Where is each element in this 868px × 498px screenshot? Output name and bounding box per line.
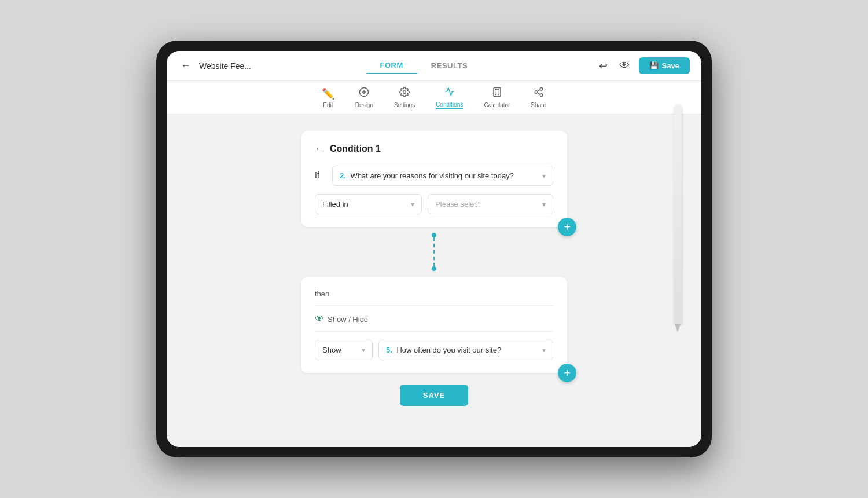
action-row: Show ▾ 5. How often do you visit our sit… (315, 340, 553, 360)
toolbar-design[interactable]: Design (355, 87, 373, 108)
undo-button[interactable]: ↩ (597, 57, 610, 75)
share-icon (534, 87, 544, 100)
connector (432, 227, 436, 277)
connector-dot-bottom (432, 266, 436, 271)
value-dropdown[interactable]: Please select ▾ (428, 194, 553, 214)
if-label: If (315, 166, 325, 180)
tab-form[interactable]: FORM (366, 57, 417, 74)
svg-line-12 (537, 93, 540, 94)
top-bar-left: ← Website Fee... (178, 57, 251, 74)
add-then-button[interactable]: + (558, 364, 576, 382)
condition-row: Filled in ▾ Please select ▾ (315, 194, 553, 214)
svg-point-11 (540, 94, 543, 97)
question-dropdown-chevron: ▾ (542, 172, 546, 180)
condition-type-dropdown[interactable]: Filled in ▾ (315, 194, 422, 214)
then-card: then 👁 Show / Hide Show ▾ 5. How often d… (301, 277, 567, 373)
condition-chevron: ▾ (411, 200, 414, 208)
main-content: ← Condition 1 If 2. What are your reason… (167, 115, 701, 447)
show-hide-label: 👁 Show / Hide (315, 314, 553, 332)
save-button[interactable]: 💾 Save (639, 57, 690, 74)
apple-pencil (674, 104, 682, 324)
calculator-icon (492, 87, 502, 100)
save-form-button[interactable]: SAVE (400, 385, 468, 406)
show-dropdown-chevron: ▾ (362, 346, 365, 354)
back-button[interactable]: ← (178, 57, 193, 74)
toolbar-conditions[interactable]: Conditions (436, 86, 463, 109)
show-dropdown[interactable]: Show ▾ (315, 340, 373, 360)
condition-back-button[interactable]: ← (315, 144, 324, 154)
toolbar-share[interactable]: Share (531, 87, 546, 108)
show-hide-icon: 👁 (315, 314, 324, 324)
preview-button[interactable]: 👁 (617, 57, 632, 74)
svg-line-13 (537, 90, 540, 91)
target-question-dropdown[interactable]: 5. How often do you visit our site? ▾ (378, 340, 553, 360)
top-bar-right: ↩ 👁 💾 Save (597, 57, 690, 75)
then-divider (315, 305, 553, 306)
conditions-icon (444, 86, 455, 100)
if-row: If 2. What are your reasons for visiting… (315, 166, 553, 186)
design-icon (359, 87, 369, 100)
value-chevron: ▾ (542, 200, 546, 208)
connector-line (433, 237, 435, 266)
doc-title: Website Fee... (199, 61, 251, 71)
edit-icon: ✏️ (322, 87, 334, 100)
tab-bar: FORM RESULTS (366, 57, 482, 74)
toolbar-calculator[interactable]: Calculator (484, 87, 510, 108)
settings-icon (399, 87, 410, 100)
then-label: then (315, 290, 553, 298)
add-condition-button[interactable]: + (558, 218, 576, 236)
save-icon: 💾 (649, 61, 659, 70)
connector-dot-top (432, 233, 436, 237)
toolbar: ✏️ Edit Design S (167, 81, 701, 115)
svg-point-0 (403, 91, 406, 94)
svg-point-9 (540, 88, 543, 91)
toolbar-edit[interactable]: ✏️ Edit (322, 87, 334, 108)
top-bar: ← Website Fee... FORM RESULTS ↩ 👁 💾 Save (167, 51, 701, 81)
svg-point-10 (535, 91, 538, 94)
condition-title: ← Condition 1 (315, 144, 553, 154)
tab-results[interactable]: RESULTS (417, 57, 481, 74)
toolbar-settings[interactable]: Settings (394, 87, 415, 108)
condition-card: ← Condition 1 If 2. What are your reason… (301, 131, 567, 227)
question-dropdown[interactable]: 2. What are your reasons for visiting ou… (332, 166, 553, 186)
target-chevron: ▾ (542, 346, 546, 354)
